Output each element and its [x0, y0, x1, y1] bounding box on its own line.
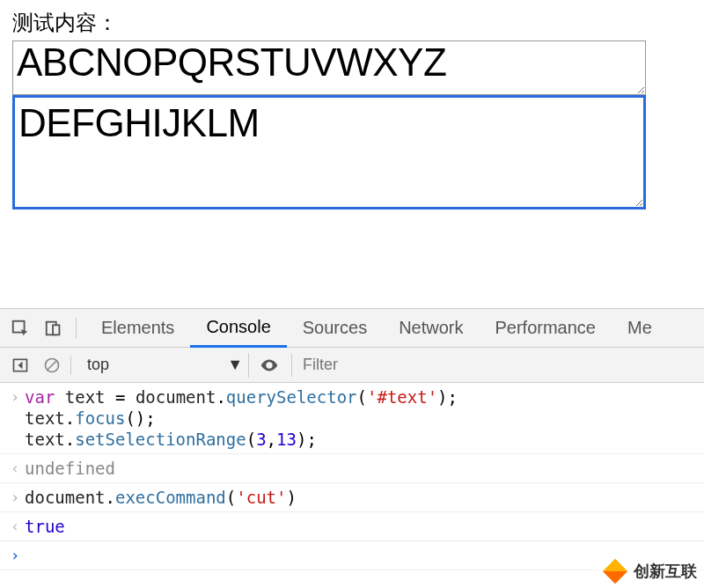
console-line-output: true [0, 512, 704, 541]
devtools-tabbar: Elements Console Sources Network Perform… [0, 309, 704, 348]
context-selector[interactable]: top ▼ [82, 353, 249, 378]
console-filter-input[interactable] [291, 354, 467, 377]
tab-network[interactable]: Network [383, 309, 479, 348]
output-marker-icon [5, 516, 25, 537]
live-expression-icon[interactable] [258, 354, 281, 377]
devtools-panel: Elements Console Sources Network Perform… [0, 308, 704, 588]
input-marker-icon [5, 386, 25, 450]
console-line-input: var text = document.querySelector('#text… [0, 383, 704, 454]
console-toolbar: top ▼ [0, 348, 704, 383]
test-content-label: 测试内容： [12, 9, 692, 37]
watermark-logo-icon [600, 556, 630, 586]
inspect-element-icon[interactable] [7, 315, 33, 342]
input-marker-icon [5, 487, 25, 508]
console-line-output: undefined [0, 454, 704, 483]
tab-more[interactable]: Me [612, 309, 668, 348]
watermark: 创新互联 [597, 555, 704, 588]
chevron-down-icon: ▼ [227, 356, 243, 374]
svg-rect-2 [53, 325, 59, 334]
watermark-text: 创新互联 [634, 561, 697, 582]
clear-console-icon[interactable] [40, 354, 63, 377]
svg-line-5 [48, 361, 56, 370]
device-toggle-icon[interactable] [40, 315, 67, 342]
page-top: 测试内容： [0, 0, 704, 209]
tab-elements[interactable]: Elements [85, 309, 190, 348]
console-result: undefined [25, 458, 115, 479]
tab-sources[interactable]: Sources [287, 309, 383, 348]
prompt-marker-icon [5, 545, 25, 566]
console-code: var text = document.querySelector('#text… [25, 386, 458, 450]
textarea-result[interactable] [12, 40, 646, 95]
tab-console[interactable]: Console [190, 309, 286, 348]
tab-performance[interactable]: Performance [480, 309, 612, 348]
console-code: document.execCommand('cut') [25, 487, 297, 508]
toggle-sidebar-icon[interactable] [9, 354, 32, 377]
output-marker-icon [5, 458, 25, 479]
svg-point-6 [268, 364, 271, 367]
console-result: true [25, 516, 65, 537]
context-selector-label: top [87, 356, 109, 374]
console-line-input: document.execCommand('cut') [0, 483, 704, 512]
textarea-focused[interactable] [12, 95, 646, 209]
tabbar-divider [76, 318, 77, 339]
toolbar-divider-1 [70, 356, 71, 375]
